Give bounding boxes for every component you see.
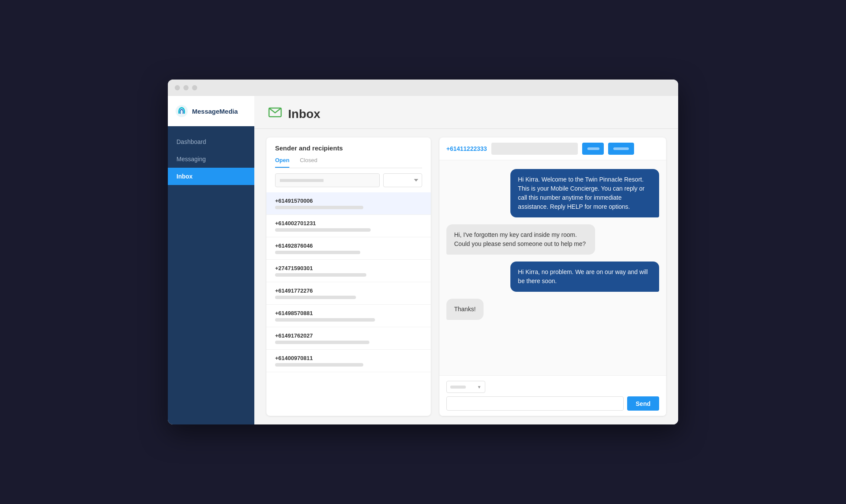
app-window: MessageMedia Dashboard Messaging Inbox I…	[168, 80, 678, 424]
list-item[interactable]: +27471590301	[266, 260, 431, 282]
message-bubble-sent: Hi Kirra. Welcome to the Twin Pinnacle R…	[510, 169, 659, 217]
contacts-search-input[interactable]	[275, 173, 380, 187]
tab-open[interactable]: Open	[275, 157, 289, 168]
contact-phone: +61498570881	[275, 310, 422, 316]
message-bubble-sent: Hi Kirra, no problem. We are on our way …	[510, 262, 659, 292]
sidebar-item-messaging[interactable]: Messaging	[168, 150, 254, 168]
logo-icon	[175, 104, 189, 118]
contact-preview	[275, 273, 366, 277]
contact-phone: +27471590301	[275, 265, 422, 271]
chat-header: +61411222333	[439, 137, 666, 160]
list-item[interactable]: +61498570881	[266, 305, 431, 327]
contact-list: +61491570006 +614002701231 +61492876046	[266, 192, 431, 416]
sender-row: ▼	[446, 381, 659, 393]
contact-preview	[275, 251, 360, 254]
sender-placeholder	[450, 386, 466, 389]
content-area: Sender and recipients Open Closed	[254, 129, 678, 424]
contact-preview	[275, 228, 371, 232]
app-layout: MessageMedia Dashboard Messaging Inbox I…	[168, 96, 678, 424]
chat-action-button-1[interactable]	[582, 143, 604, 155]
chat-phone: +61411222333	[446, 145, 487, 152]
chat-search-bar[interactable]	[491, 143, 578, 155]
page-header: Inbox	[254, 96, 678, 129]
contact-phone: +61492876046	[275, 242, 422, 249]
inbox-icon	[268, 106, 282, 121]
list-item[interactable]: +61400970811	[266, 350, 431, 372]
contact-preview	[275, 318, 375, 322]
contact-phone: +61491772276	[275, 287, 422, 294]
contact-phone: +61491570006	[275, 198, 422, 204]
main-content: Inbox Sender and recipients Open Closed	[254, 96, 678, 424]
reply-row: Send	[446, 396, 659, 411]
traffic-light-minimize[interactable]	[183, 85, 189, 90]
message-bubble-received: Hi, I've forgotten my key card inside my…	[446, 224, 595, 255]
send-button[interactable]: Send	[627, 396, 659, 411]
nav-items: Dashboard Messaging Inbox	[168, 126, 254, 192]
contact-preview	[275, 363, 363, 367]
logo-text: MessageMedia	[192, 108, 238, 115]
chat-action-button-2[interactable]	[608, 143, 634, 155]
tab-closed[interactable]: Closed	[300, 157, 317, 168]
sidebar: MessageMedia Dashboard Messaging Inbox	[168, 96, 254, 424]
traffic-light-close[interactable]	[175, 85, 180, 90]
contact-preview	[275, 296, 356, 299]
right-panel: +61411222333 Hi Kirra. Welcome to the Tw…	[439, 137, 666, 416]
chat-footer: ▼ Send	[439, 375, 666, 416]
logo-area: MessageMedia	[168, 96, 254, 126]
contact-preview	[275, 341, 369, 344]
list-item[interactable]: +614002701231	[266, 215, 431, 237]
contact-phone: +614002701231	[275, 220, 422, 226]
page-title: Inbox	[288, 107, 320, 121]
reply-input[interactable]	[446, 396, 624, 411]
sidebar-item-inbox[interactable]: Inbox	[168, 168, 254, 185]
search-row	[266, 168, 431, 192]
panel-header: Sender and recipients Open Closed	[266, 137, 431, 168]
message-bubble-received: Thanks!	[446, 299, 484, 320]
left-panel: Sender and recipients Open Closed	[266, 137, 431, 416]
tabs: Open Closed	[275, 157, 422, 168]
list-item[interactable]: +61491762027	[266, 327, 431, 350]
list-item[interactable]: +61491570006	[266, 192, 431, 215]
messages-area: Hi Kirra. Welcome to the Twin Pinnacle R…	[439, 160, 666, 375]
list-item[interactable]: +61491772276	[266, 282, 431, 305]
svg-point-0	[176, 105, 188, 117]
list-item[interactable]: +61492876046	[266, 237, 431, 260]
sidebar-item-dashboard[interactable]: Dashboard	[168, 133, 254, 150]
contact-phone: +61491762027	[275, 332, 422, 339]
panel-title: Sender and recipients	[275, 144, 422, 152]
titlebar	[168, 80, 678, 96]
sender-chevron-icon: ▼	[477, 385, 481, 389]
contact-phone: +61400970811	[275, 355, 422, 361]
filter-select[interactable]	[383, 173, 422, 187]
traffic-light-maximize[interactable]	[192, 85, 197, 90]
contact-preview	[275, 206, 363, 209]
